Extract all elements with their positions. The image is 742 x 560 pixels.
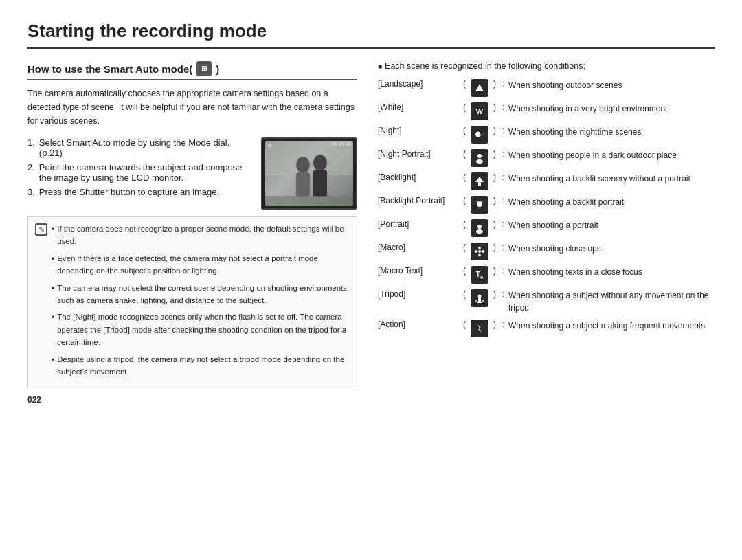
scene-desc-6: When shooting a portrait [508, 219, 715, 232]
svg-rect-6 [265, 196, 353, 206]
scene-icon-wrap [469, 79, 491, 97]
svg-line-23 [475, 300, 477, 302]
scene-label: [Action] [378, 320, 460, 329]
scene-icon-wrap: To [469, 266, 491, 284]
scene-close-paren: ) [491, 320, 499, 329]
right-column: Each scene is recognized in the followin… [378, 61, 715, 546]
scene-label: [Portrait] [378, 219, 460, 229]
scene-label: [Night] [378, 126, 460, 135]
svg-rect-1 [265, 141, 353, 175]
note-bullet-4: • [52, 311, 54, 324]
scene-row: [Landscape] ( ) : When shooting outdoor … [378, 79, 715, 97]
step-2: 2. Point the camera towards the subject … [27, 162, 254, 183]
scene-close-paren: ) [491, 79, 499, 89]
camera-preview-image: ⊞ [261, 137, 357, 210]
svg-point-18 [475, 250, 478, 253]
step-1-num: 1. [27, 137, 35, 158]
scene-colon: : [499, 196, 508, 205]
scene-desc-7: When shooting close-ups [508, 243, 715, 255]
scene-close-paren: ) [491, 172, 499, 182]
svg-point-17 [478, 254, 481, 257]
scene-close-paren: ) [491, 289, 499, 299]
scene-row: [Night] ( ) : When shooting the nighttim… [378, 126, 715, 144]
svg-marker-7 [475, 84, 484, 91]
scene-icon-6 [471, 219, 488, 237]
scene-close-paren: ) [491, 126, 499, 135]
scene-desc-10: When shooting a subject making frequent … [508, 320, 715, 332]
scene-close-paren: ) [491, 196, 499, 205]
scene-icon-5 [471, 196, 488, 214]
smart-auto-icon: ⊞ [196, 61, 212, 76]
svg-point-15 [478, 250, 481, 253]
right-header: Each scene is recognized in the followin… [378, 61, 715, 71]
svg-point-2 [296, 157, 310, 173]
note-1: • If the camera does not recognize a pro… [52, 223, 350, 248]
note-2: • Even if there is a face detected, the … [52, 252, 350, 278]
right-header-text: Each scene is recognized in the followin… [385, 61, 585, 71]
scene-row: [Portrait] ( ) : When shooting a portrai… [378, 219, 715, 237]
scene-icon-wrap [469, 289, 491, 307]
scene-close-paren: ) [491, 149, 499, 159]
note-bullet-5: • [52, 354, 54, 367]
scene-label: [Backlight] [378, 172, 460, 182]
scene-colon: : [499, 126, 508, 135]
scene-icon-3 [471, 149, 488, 167]
svg-point-19 [482, 250, 485, 253]
scene-open-paren: ( [460, 149, 469, 159]
scene-colon: : [499, 102, 508, 112]
note-3-text: The camera may not select the correct sc… [57, 282, 350, 307]
section-title-text: How to use the Smart Auto mode( [27, 63, 192, 75]
scene-label: [Tripod] [378, 289, 460, 299]
scene-open-paren: ( [460, 196, 469, 205]
scene-label: [White] [378, 102, 460, 112]
camera-screen: ⊞ [265, 141, 353, 206]
section-title: How to use the Smart Auto mode( ⊞ ) [27, 61, 357, 80]
scene-colon: : [499, 79, 508, 89]
svg-rect-3 [296, 172, 310, 197]
scene-desc-5: When shooting a backlit portrait [508, 196, 715, 208]
scene-icon-wrap [469, 126, 491, 144]
scene-list: [Landscape] ( ) : When shooting outdoor … [378, 79, 715, 337]
note-bullet-1: • [52, 223, 54, 236]
scene-close-paren: ) [491, 243, 499, 252]
note-4: • The [Night] mode recognizes scenes onl… [52, 311, 350, 348]
scene-label: [Night Portrait] [378, 149, 460, 159]
scene-icon-7 [471, 243, 488, 260]
svg-point-9 [476, 159, 483, 164]
svg-point-16 [478, 247, 481, 250]
scene-open-paren: ( [460, 172, 469, 182]
scene-icon-0 [471, 79, 488, 97]
step-3: 3. Press the Shutter button to capture a… [27, 187, 254, 197]
scene-row: [Action] ( ) : When shooting a subject m… [378, 320, 715, 337]
scene-open-paren: ( [460, 320, 469, 329]
page-title: Starting the recording mode [27, 21, 715, 49]
scene-desc-3: When shooting people in a dark outdoor p… [508, 149, 715, 161]
scene-colon: : [499, 243, 508, 252]
scene-icon-9 [471, 289, 488, 307]
scene-open-paren: ( [460, 219, 469, 229]
scene-icon-wrap [469, 320, 491, 337]
scene-row: [Macro Text] ( To ) : When shooting text… [378, 266, 715, 284]
scene-colon: : [499, 289, 508, 299]
note-icon: ✎ [35, 223, 47, 236]
camera-mode-indicator: ⊞ [268, 143, 272, 148]
note-3: • The camera may not select the correct … [52, 282, 350, 307]
step-2-num: 2. [27, 162, 35, 183]
notes-section: ✎ • If the camera does not recognize a p… [27, 216, 357, 388]
step-1-text: Select Smart Auto mode by using the Mode… [39, 137, 254, 158]
step-2-text: Point the camera towards the subject and… [39, 162, 254, 183]
scene-icon-wrap [469, 243, 491, 260]
step-3-num: 3. [27, 187, 35, 197]
scene-icon-8: To [471, 266, 488, 284]
scene-icon-wrap [469, 149, 491, 167]
note-bullet-3: • [52, 282, 54, 295]
scene-desc-4: When shooting a backlit scenery without … [508, 172, 715, 185]
scene-colon: : [499, 266, 508, 276]
note-5: • Despite using a tripod, the camera may… [52, 353, 350, 379]
scene-icon-1: W [471, 102, 488, 120]
scene-row: [Night Portrait] ( ) : When shooting peo… [378, 149, 715, 167]
intro-text: The camera automatically chooses the app… [27, 87, 357, 128]
scene-label: [Backlight Portrait] [378, 196, 460, 205]
svg-rect-21 [478, 298, 481, 302]
scene-icon-wrap: W [469, 102, 491, 120]
